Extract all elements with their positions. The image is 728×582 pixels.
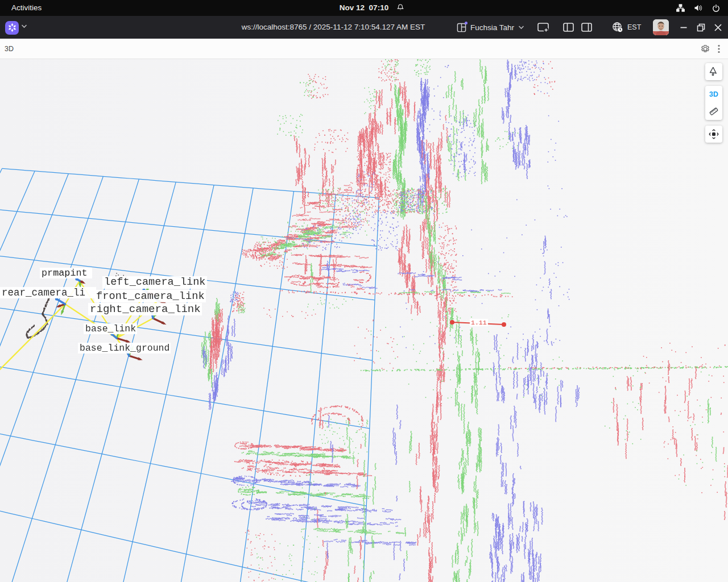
layout-icon xyxy=(457,23,466,32)
layout-caret-icon xyxy=(518,25,524,30)
app-titlebar: ws://localhost:8765 / 2025-11-12 7:10:54… xyxy=(0,16,728,39)
window-restore-button[interactable] xyxy=(693,16,709,39)
network-tree-icon[interactable] xyxy=(676,4,685,12)
gnome-top-bar: Activities Nov 12 07:10 xyxy=(0,0,728,16)
measurement-distance-label: 1.11 xyxy=(470,319,488,326)
app-menu-caret[interactable] xyxy=(21,24,27,28)
window-close-button[interactable] xyxy=(710,16,726,39)
panel-settings-gear-icon[interactable] xyxy=(701,44,710,53)
tf-overlap-left: pr xyxy=(42,268,53,278)
tf-label-base_link_ground: base_link_ground xyxy=(78,343,171,354)
user-avatar[interactable] xyxy=(653,19,669,35)
tf-overlap-mid: map xyxy=(53,268,70,278)
camera-mode-3d-button[interactable]: 3D xyxy=(705,86,722,103)
3d-panel-viewport[interactable]: prmapintleft_camera_linkrear_camera_link… xyxy=(0,59,728,582)
tf-overlap-right: int xyxy=(70,268,87,278)
volume-icon[interactable] xyxy=(694,4,703,12)
tf-label-right_camera_link: right_camera_link xyxy=(88,303,202,315)
foxglove-logo[interactable] xyxy=(5,21,19,35)
measure-tool-button[interactable] xyxy=(705,103,722,120)
layout-menu[interactable]: Fuchsia Tahr xyxy=(457,16,524,39)
tf-label-map: prmapint xyxy=(40,268,92,278)
bell-icon xyxy=(396,3,404,11)
timezone-globe-icon[interactable] xyxy=(612,22,623,33)
window-minimize-button[interactable] xyxy=(676,16,692,39)
connection-status[interactable]: ws://localhost:8765 / 2025-11-12 7:10:54… xyxy=(242,16,425,39)
clock-menu[interactable]: Nov 12 07:10 xyxy=(0,0,728,16)
layout-modified-dot xyxy=(465,22,468,24)
left-sidebar-toggle[interactable] xyxy=(559,16,578,39)
3d-scene-canvas[interactable] xyxy=(0,59,728,582)
panel-title[interactable]: 3D xyxy=(5,39,14,59)
recenter-camera-button[interactable] xyxy=(705,126,722,143)
select-tool-button[interactable] xyxy=(705,63,722,80)
layout-name: Fuchsia Tahr xyxy=(470,23,514,32)
tf-label-front_camera_link: front_camera_link xyxy=(94,290,206,302)
tf-label-base_link: base_link xyxy=(84,323,137,334)
add-panel-button[interactable] xyxy=(533,16,553,39)
tf-label-rear_camera_link: rear_camera_link xyxy=(0,287,96,298)
panel-header: 3D xyxy=(0,39,728,59)
timezone-label[interactable]: EST xyxy=(627,16,641,39)
tf-label-left_camera_link: left_camera_link xyxy=(102,276,207,289)
clock-label: Nov 12 07:10 xyxy=(340,3,388,12)
panel-more-kebab-icon[interactable] xyxy=(718,44,720,53)
right-sidebar-toggle[interactable] xyxy=(577,16,596,39)
power-icon[interactable] xyxy=(712,4,720,12)
